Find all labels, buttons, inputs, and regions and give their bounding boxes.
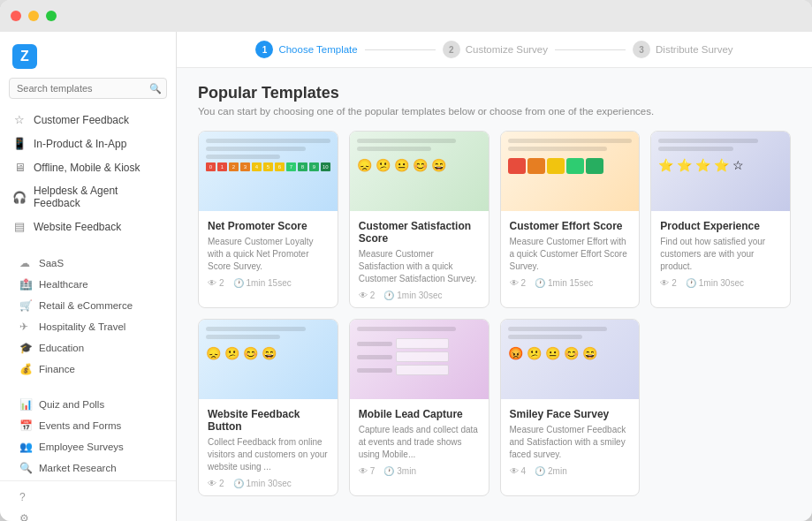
clock-icon: 🕐 — [535, 466, 545, 476]
wizard-step-2: 2 Customize Survey — [443, 41, 548, 58]
logo: Z — [0, 32, 176, 78]
mlc-preview — [350, 320, 489, 399]
sidebar-item-help[interactable]: ? — [0, 487, 176, 508]
sidebar-label: Retail & eCommerce — [39, 300, 133, 311]
template-card-mlc[interactable]: Mobile Lead Capture Capture leads and co… — [349, 319, 489, 496]
research-icon: 🔍 — [19, 462, 32, 474]
sidebar-item-customer-feedback[interactable]: ☆ Customer Feedback — [0, 108, 176, 132]
calendar-icon: 📅 — [19, 419, 32, 432]
wfb-title: Website Feedback Button — [208, 408, 329, 433]
minimize-button[interactable] — [28, 11, 39, 21]
sidebar-item-settings[interactable]: ⚙ — [0, 508, 176, 521]
graduation-icon: 🎓 — [19, 342, 32, 354]
plane-icon: ✈ — [19, 321, 32, 333]
sidebar-label: Quiz and Polls — [39, 399, 104, 410]
main-content: 1 Choose Template 2 Customize Survey 3 D… — [177, 32, 812, 521]
step-circle-3: 3 — [633, 41, 650, 58]
sfs-questions: 👁 4 — [510, 466, 527, 476]
sidebar-item-inproduct[interactable]: 📱 In-Product & In-App — [0, 132, 176, 155]
mlc-questions: 👁 7 — [359, 466, 376, 476]
nps-title: Net Promoter Score — [208, 220, 329, 232]
csat-preview: 😞 😕 😐 😊 😄 — [350, 132, 489, 211]
nps-questions: 👁 2 — [208, 278, 224, 288]
sidebar-item-retail[interactable]: 🛒 Retail & eCommerce — [0, 295, 176, 316]
money-icon: 💰 — [19, 363, 32, 375]
sidebar-label: SaaS — [39, 258, 64, 268]
app-window: Z 🔍 ☆ Customer Feedback 📱 In-Product & I… — [0, 0, 812, 521]
template-card-nps[interactable]: 0 1 2 3 4 5 6 7 8 9 — [198, 131, 338, 308]
sfs-card-body: Smiley Face Survey Measure Customer Feed… — [501, 399, 640, 483]
sidebar-item-hospitality[interactable]: ✈ Hospitality & Travel — [0, 316, 176, 337]
wfb-questions: 👁 2 — [208, 479, 224, 488]
wfb-card-body: Website Feedback Button Collect Feedback… — [199, 399, 338, 495]
sidebar-item-market[interactable]: 🔍 Market Research — [0, 457, 176, 479]
wizard-step-1: 1 Choose Template — [255, 41, 357, 58]
step-circle-2: 2 — [443, 41, 460, 58]
sidebar-item-education[interactable]: 🎓 Education — [0, 337, 176, 359]
titlebar — [0, 0, 812, 32]
sidebar-label: Healthcare — [39, 279, 88, 290]
template-card-csat[interactable]: 😞 😕 😐 😊 😄 Customer Satisfaction Score — [349, 131, 489, 308]
eye-icon: 👁 — [359, 466, 368, 476]
sidebar-label: Events and Forms — [39, 420, 121, 431]
template-card-pe[interactable]: ⭐ ⭐ ⭐ ⭐ ☆ Product Experience Find out ho… — [650, 131, 791, 308]
logo-icon: Z — [12, 44, 37, 69]
ces-meta: 👁 2 🕐 1min 15sec — [510, 278, 631, 288]
mlc-meta: 👁 7 🕐 3min — [359, 466, 480, 476]
csat-meta: 👁 2 🕐 1min 30sec — [359, 291, 480, 300]
template-card-ces[interactable]: Customer Effort Score Measure Customer E… — [500, 131, 641, 308]
content-area: Popular Templates You can start by choos… — [177, 68, 812, 521]
template-card-wfb[interactable]: 😞 😕 😊 😄 Website Feedback Button Collect … — [198, 319, 338, 496]
ces-time: 🕐 1min 15sec — [535, 278, 593, 288]
step-label-3: Distribute Survey — [656, 44, 733, 55]
ces-title: Customer Effort Score — [510, 220, 631, 232]
sidebar-item-employee[interactable]: 👥 Employee Surveys — [0, 436, 176, 457]
sidebar-item-helpdesk[interactable]: 🎧 Helpdesk & Agent Feedback — [0, 179, 176, 215]
csat-card-body: Customer Satisfaction Score Measure Cust… — [350, 211, 489, 307]
sidebar-label: Customer Feedback — [34, 114, 129, 126]
sidebar-item-healthcare[interactable]: 🏥 Healthcare — [0, 274, 176, 295]
eye-icon: 👁 — [359, 291, 368, 300]
globe-icon: ▤ — [12, 220, 27, 233]
sidebar-footer: ? ⚙ — [0, 480, 176, 521]
sidebar-item-saas[interactable]: ☁ SaaS — [0, 253, 176, 274]
star-icon: ☆ — [12, 113, 27, 126]
pe-questions: 👁 2 — [660, 278, 677, 288]
sidebar-item-offline[interactable]: 🖥 Offline, Mobile & Kiosk — [0, 155, 176, 179]
ces-questions: 👁 2 — [510, 278, 527, 288]
sidebar-label: Offline, Mobile & Kiosk — [34, 162, 140, 174]
step-line-2 — [555, 49, 626, 50]
sfs-meta: 👁 4 🕐 2min — [510, 466, 631, 476]
app-body: Z 🔍 ☆ Customer Feedback 📱 In-Product & I… — [0, 32, 812, 521]
sfs-title: Smiley Face Survey — [510, 408, 631, 420]
sidebar-item-finance[interactable]: 💰 Finance — [0, 359, 176, 380]
ces-desc: Measure Customer Effort with a quick Cus… — [510, 236, 631, 273]
pe-preview: ⭐ ⭐ ⭐ ⭐ ☆ — [651, 132, 790, 211]
search-input[interactable] — [9, 78, 167, 99]
sidebar-item-quiz[interactable]: 📊 Quiz and Polls — [0, 394, 176, 415]
ces-preview — [501, 132, 640, 211]
sidebar-item-events[interactable]: 📅 Events and Forms — [0, 415, 176, 436]
sidebar-label: Hospitality & Travel — [39, 321, 125, 332]
sfs-preview: 😡 😕 😐 😊 😄 — [501, 320, 640, 399]
maximize-button[interactable] — [46, 11, 57, 21]
nps-time: 🕐 1min 15sec — [233, 278, 292, 288]
sfs-desc: Measure Customer Feedback and Satisfacti… — [510, 424, 631, 461]
eye-icon: 👁 — [660, 278, 669, 288]
csat-questions: 👁 2 — [359, 291, 376, 300]
mlc-desc: Capture leads and collect data at events… — [359, 424, 480, 461]
pe-title: Product Experience — [660, 220, 781, 232]
wizard-step-3: 3 Distribute Survey — [633, 41, 733, 58]
close-button[interactable] — [11, 11, 21, 21]
sub-nav: ☁ SaaS 🏥 Healthcare 🛒 Retail & eCommerce… — [0, 251, 176, 381]
cart-icon: 🛒 — [19, 299, 32, 312]
chart-icon: 📊 — [19, 398, 32, 411]
search-icon: 🔍 — [149, 83, 162, 94]
sidebar-item-website[interactable]: ▤ Website Feedback — [0, 215, 176, 238]
template-card-sfs[interactable]: 😡 😕 😐 😊 😄 Smiley Face Survey Measure — [500, 319, 641, 496]
wizard-steps: 1 Choose Template 2 Customize Survey 3 D… — [177, 32, 812, 68]
nps-preview: 0 1 2 3 4 5 6 7 8 9 — [199, 132, 338, 211]
nps-card-body: Net Promoter Score Measure Customer Loya… — [199, 211, 338, 295]
help-icon: ? — [19, 491, 32, 503]
sidebar-label: Helpdesk & Agent Feedback — [34, 185, 163, 209]
